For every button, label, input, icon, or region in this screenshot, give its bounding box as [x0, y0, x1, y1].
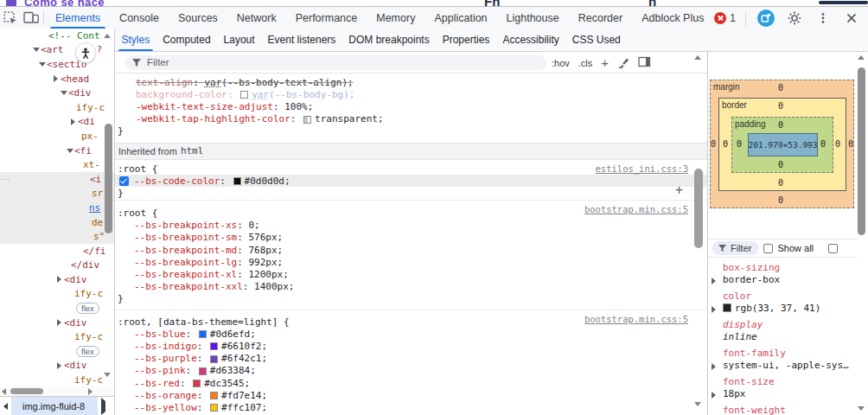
dom-tree-row[interactable]: px-: [0, 129, 114, 144]
main-tab-elements[interactable]: Elements: [46, 7, 110, 29]
sidebar-tab-layout[interactable]: Layout: [217, 29, 261, 51]
sidebar-tab-dom-breakpoints[interactable]: DOM breakpoints: [342, 29, 436, 51]
dom-tree-row[interactable]: <div: [0, 359, 114, 374]
dom-tree-row[interactable]: </fi: [0, 244, 114, 259]
dom-tree-row[interactable]: ify-c: [0, 373, 114, 386]
expand-right-icon[interactable]: [71, 118, 75, 125]
color-swatch[interactable]: [233, 177, 241, 185]
dom-tree-row[interactable]: ify-c: [0, 100, 114, 115]
main-tab-recorder[interactable]: Recorder: [569, 7, 632, 29]
dom-tree-row[interactable]: ify-c: [0, 329, 114, 344]
color-swatch[interactable]: [210, 342, 218, 350]
breadcrumb-back-icon[interactable]: [0, 403, 11, 410]
sidebar-tab-event-listeners[interactable]: Event listeners: [261, 29, 342, 51]
dom-tree-row[interactable]: ify-c: [0, 287, 114, 302]
css-declaration[interactable]: --bs-breakpoint-md: 768px;: [115, 244, 707, 256]
main-tab-application[interactable]: Application: [424, 7, 496, 29]
flex-badge[interactable]: flex: [76, 303, 99, 314]
dom-tree-row[interactable]: <fi: [0, 144, 114, 158]
margin-left-value[interactable]: 0: [711, 139, 716, 149]
sidebar-tab-css-used[interactable]: CSS Used: [565, 29, 627, 51]
color-swatch[interactable]: [240, 91, 248, 99]
var-token[interactable]: var: [252, 89, 269, 100]
dom-scrollbar-down-icon[interactable]: [104, 373, 111, 377]
sidebar-scrollbar-up-icon[interactable]: [858, 55, 865, 60]
inherited-node-link[interactable]: html: [181, 145, 204, 156]
color-swatch[interactable]: [210, 355, 218, 363]
css-declaration[interactable]: --bs-breakpoint-xs: 0;: [115, 220, 707, 232]
var-token[interactable]: var: [204, 77, 221, 88]
main-tab-memory[interactable]: Memory: [367, 7, 424, 29]
dom-tree-row[interactable]: <div: [0, 316, 114, 330]
sidebar-scrollbar-down-icon[interactable]: [858, 406, 865, 411]
brush-icon[interactable]: [617, 56, 629, 70]
border-right-value[interactable]: 0: [835, 139, 840, 149]
css-declaration[interactable]: --bs-purple: #6f42c1;: [115, 353, 707, 365]
device-toolbar-icon[interactable]: [21, 9, 41, 28]
expand-down-icon[interactable]: [61, 91, 67, 95]
computed-filter-input[interactable]: Filter: [712, 241, 759, 255]
css-declaration[interactable]: --bs-code-color: #0d0d0d;: [115, 175, 707, 187]
color-swatch[interactable]: [210, 404, 218, 412]
close-icon[interactable]: [841, 9, 862, 28]
css-declaration[interactable]: --bs-yellow: #ffc107;: [115, 401, 707, 413]
computed-property-row[interactable]: colorrgb(33, 37, 41): [708, 290, 857, 315]
computed-property-row[interactable]: displayinline: [708, 319, 857, 343]
styles-filter-input[interactable]: Filter: [125, 55, 546, 70]
expand-right-icon[interactable]: [57, 319, 61, 326]
group-checkbox[interactable]: [828, 244, 838, 253]
dom-tree-row[interactable]: flex: [0, 344, 114, 359]
dom-tree-row[interactable]: <!-- Cont: [0, 29, 114, 43]
breadcrumb-forward-icon[interactable]: [101, 401, 105, 412]
expand-right-icon[interactable]: [57, 276, 61, 283]
styles-scrollbar-up-icon[interactable]: [694, 55, 701, 60]
margin-bottom-value[interactable]: 0: [778, 195, 783, 205]
dom-tree-row[interactable]: s": [0, 229, 114, 244]
main-tab-console[interactable]: Console: [110, 7, 169, 29]
dom-tree-row[interactable]: <head: [0, 72, 114, 86]
expand-down-icon[interactable]: [67, 149, 73, 153]
main-tab-network[interactable]: Network: [227, 7, 286, 29]
flex-badge[interactable]: flex: [76, 346, 99, 357]
css-declaration[interactable]: --bs-orange: #fd7e14;: [115, 389, 707, 401]
css-declaration[interactable]: --bs-breakpoint-sm: 576px;: [115, 232, 707, 244]
dom-tree-row[interactable]: <div: [0, 272, 114, 287]
dom-tree-row[interactable]: flex: [0, 301, 114, 316]
main-tab-sources[interactable]: Sources: [169, 7, 227, 29]
color-swatch[interactable]: [210, 392, 218, 399]
css-declaration[interactable]: --bs-red: #dc3545;: [115, 377, 707, 389]
dom-tree-row[interactable]: de: [0, 215, 114, 230]
dom-horizontal-scrollbar[interactable]: [0, 386, 114, 396]
css-declaration[interactable]: --bs-indigo: #6610f2;: [115, 340, 707, 352]
css-declaration[interactable]: -webkit-tap-highlight-color: transparent…: [115, 113, 707, 125]
color-swatch[interactable]: [193, 380, 201, 387]
css-declaration[interactable]: --bs-pink: #d63384;: [115, 365, 707, 377]
toggle-hover-state-button[interactable]: :hov: [552, 58, 570, 68]
dom-tree-row[interactable]: <art?: [0, 43, 114, 58]
hscroll-left-icon[interactable]: [2, 388, 6, 395]
expand-right-icon[interactable]: [712, 306, 716, 313]
styles-scrollbar-down-icon[interactable]: [694, 402, 701, 406]
computed-panel-toggle-icon[interactable]: [638, 56, 651, 69]
dom-scrollbar-thumb[interactable]: [105, 124, 112, 233]
expand-right-icon[interactable]: [712, 392, 716, 399]
toggle-class-button[interactable]: .cls: [578, 58, 593, 68]
css-declaration[interactable]: --bs-breakpoint-xl: 1200px;: [115, 268, 707, 280]
main-tab-performance[interactable]: Performance: [286, 7, 367, 29]
kebab-menu-icon[interactable]: [813, 9, 833, 28]
console-error-counter[interactable]: 1: [714, 12, 736, 24]
computed-property-row[interactable]: font-size18px: [708, 376, 857, 400]
stylesheet-source-link[interactable]: bootstrap.min.css:5: [584, 314, 688, 324]
computed-property-row[interactable]: box-sizingborder-box: [708, 262, 857, 286]
declaration-checkbox[interactable]: [119, 176, 129, 186]
margin-top-value[interactable]: 0: [778, 83, 783, 93]
dom-scrollbar-up-icon[interactable]: [104, 34, 111, 38]
color-swatch[interactable]: [303, 116, 311, 124]
sidebar-tab-computed[interactable]: Computed: [156, 29, 217, 51]
sidebar-tab-properties[interactable]: Properties: [436, 29, 496, 51]
selected-node-more-indicator[interactable]: ...: [1, 172, 10, 182]
dom-tree-row[interactable]: xt-: [0, 157, 114, 172]
gear-icon[interactable]: [784, 9, 805, 28]
padding-right-value[interactable]: 0: [820, 139, 826, 149]
stylesheet-source-link[interactable]: bootstrap.min.css:5: [584, 204, 688, 214]
